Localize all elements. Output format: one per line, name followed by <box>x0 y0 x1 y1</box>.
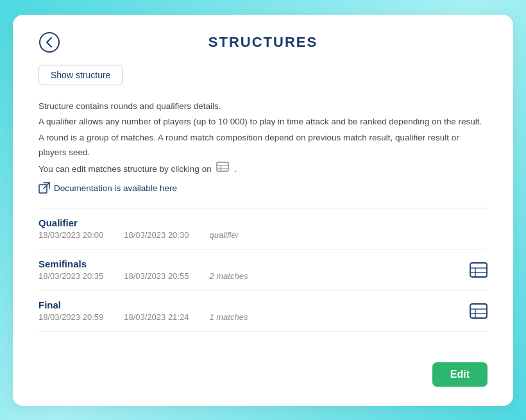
round-meta: 18/03/2023 20:59 18/03/2023 21:24 1 matc… <box>38 312 463 322</box>
round-start-date: 18/03/2023 20:59 <box>38 312 103 322</box>
round-type: 1 matches <box>209 312 248 322</box>
round-row: Final 18/03/2023 20:59 18/03/2023 21:24 … <box>38 290 488 332</box>
page-title: STRUCTURES <box>208 34 318 51</box>
external-link-icon <box>38 182 50 194</box>
svg-point-0 <box>40 33 59 52</box>
info-section: Structure contains rounds and qualifiers… <box>38 99 488 194</box>
round-start-date: 18/03/2023 20:00 <box>38 230 103 240</box>
round-meta: 18/03/2023 20:00 18/03/2023 20:30 qualif… <box>38 230 488 240</box>
info-line-3: A round is a group of matches. A round m… <box>38 131 488 160</box>
round-name: Final <box>38 299 463 310</box>
svg-rect-1 <box>217 162 228 171</box>
rounds-list: Qualifier 18/03/2023 20:00 18/03/2023 20… <box>38 208 488 332</box>
round-row: Semifinals 18/03/2023 20:35 18/03/2023 2… <box>38 249 488 290</box>
documentation-link[interactable]: Documentation is available here <box>38 182 488 194</box>
info-line-1: Structure contains rounds and qualifiers… <box>38 99 488 114</box>
round-name: Qualifier <box>38 217 488 228</box>
round-type: 2 matches <box>209 271 248 281</box>
main-card: STRUCTURES Show structure Structure cont… <box>13 15 513 406</box>
page-header: STRUCTURES <box>38 34 488 51</box>
show-structure-button[interactable]: Show structure <box>38 65 123 85</box>
round-info: Qualifier 18/03/2023 20:00 18/03/2023 20… <box>38 217 488 240</box>
round-end-date: 18/03/2023 20:55 <box>124 271 189 281</box>
info-line-4: You can edit matches structure by clicki… <box>38 162 488 177</box>
round-info: Final 18/03/2023 20:59 18/03/2023 21:24 … <box>38 299 463 322</box>
info-line-2: A qualifier allows any number of players… <box>38 115 488 130</box>
round-type: qualifier <box>209 230 239 240</box>
round-edit-button[interactable] <box>463 262 488 278</box>
round-row: Qualifier 18/03/2023 20:00 18/03/2023 20… <box>38 208 488 249</box>
svg-rect-10 <box>470 304 487 318</box>
round-name: Semifinals <box>38 258 463 269</box>
edit-grid-icon-inline <box>216 162 229 177</box>
doc-link-text: Documentation is available here <box>54 183 177 193</box>
round-edit-button[interactable] <box>463 303 488 319</box>
round-start-date: 18/03/2023 20:35 <box>38 271 103 281</box>
edit-button[interactable]: Edit <box>432 362 488 387</box>
svg-rect-6 <box>470 263 487 277</box>
round-info: Semifinals 18/03/2023 20:35 18/03/2023 2… <box>38 258 463 281</box>
round-meta: 18/03/2023 20:35 18/03/2023 20:55 2 matc… <box>38 271 463 281</box>
round-end-date: 18/03/2023 20:30 <box>124 230 189 240</box>
round-end-date: 18/03/2023 21:24 <box>124 312 189 322</box>
back-button[interactable] <box>38 31 60 53</box>
